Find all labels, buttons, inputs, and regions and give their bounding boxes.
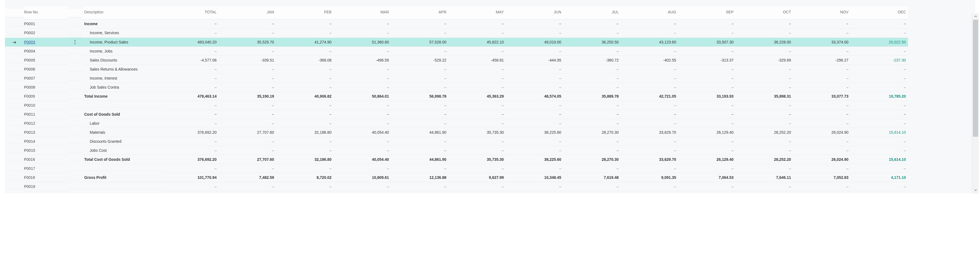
cell-month[interactable]: –	[391, 65, 449, 74]
cell-month[interactable]: 9,627.99	[449, 173, 506, 182]
cell-month[interactable]: –	[793, 47, 851, 56]
cell-month[interactable]: –	[793, 164, 851, 173]
cell-month[interactable]: 8,720.02	[276, 173, 334, 182]
row-description-cell[interactable]: Jobs Cost	[82, 146, 161, 155]
cell-month[interactable]: –	[793, 101, 851, 110]
row-number-cell[interactable]: P0005	[24, 56, 68, 65]
cell-month[interactable]: –	[736, 83, 793, 92]
cell-total[interactable]: –	[161, 74, 219, 83]
cell-month[interactable]: –	[563, 74, 621, 83]
cell-month[interactable]: 36,228.00	[736, 38, 793, 47]
cell-month[interactable]: –	[449, 110, 506, 119]
cell-month[interactable]: –	[391, 146, 449, 155]
cell-total[interactable]: –	[161, 19, 219, 29]
cell-month[interactable]: –	[334, 137, 391, 146]
cell-month[interactable]: –	[276, 47, 334, 56]
row-description-cell[interactable]: Cost of Goods Sold	[82, 110, 161, 119]
cell-month[interactable]: –	[621, 182, 678, 191]
cell-month[interactable]: 38,225.60	[506, 155, 563, 164]
row-number-cell[interactable]: P0013	[24, 128, 68, 137]
row-description-cell[interactable]: Total Income	[82, 92, 161, 101]
cell-month[interactable]: –	[334, 47, 391, 56]
cell-month[interactable]: –	[563, 65, 621, 74]
cell-month[interactable]: 19,785.20	[851, 92, 908, 101]
cell-month[interactable]: –	[449, 29, 506, 38]
row-description-cell[interactable]: Total Cost of Goods Sold	[82, 155, 161, 164]
cell-month[interactable]: –	[219, 119, 276, 128]
cell-month[interactable]: –	[563, 119, 621, 128]
row-number-cell[interactable]: P0004	[24, 47, 68, 56]
scrollbar-down-icon[interactable]	[972, 187, 979, 193]
cell-month[interactable]: 56,998.78	[391, 92, 449, 101]
cell-month[interactable]: –	[219, 65, 276, 74]
cell-month[interactable]: 28,252.20	[736, 155, 793, 164]
row-number-cell[interactable]: P0017	[24, 164, 68, 173]
cell-total[interactable]: 376,692.20	[161, 128, 219, 137]
cell-month[interactable]: –	[736, 146, 793, 155]
cell-month[interactable]: –	[276, 164, 334, 173]
cell-month[interactable]: –	[506, 110, 563, 119]
row-number-cell[interactable]: P0002	[24, 29, 68, 38]
cell-month[interactable]: -368.08	[276, 56, 334, 65]
cell-month[interactable]: –	[391, 119, 449, 128]
row-description-cell[interactable]	[82, 103, 161, 108]
row-description-cell[interactable]: Sales Discounts	[82, 56, 161, 65]
cell-month[interactable]: –	[793, 146, 851, 155]
row-number-cell[interactable]: P0014	[24, 137, 68, 146]
cell-month[interactable]: –	[391, 164, 449, 173]
cell-month[interactable]: 33,077.73	[793, 92, 851, 101]
cell-month[interactable]: –	[621, 47, 678, 56]
cell-month[interactable]: –	[793, 119, 851, 128]
cell-total[interactable]: –	[161, 47, 219, 56]
cell-month[interactable]: –	[334, 101, 391, 110]
cell-month[interactable]: –	[678, 65, 736, 74]
row-description-cell[interactable]: Job Sales Contra	[82, 83, 161, 92]
cell-month[interactable]: –	[219, 137, 276, 146]
cell-month[interactable]: –	[563, 29, 621, 38]
col-header-month[interactable]: MAR	[334, 6, 391, 19]
cell-month[interactable]: –	[276, 19, 334, 29]
cell-month[interactable]: -237.30	[851, 56, 908, 65]
cell-month[interactable]: –	[736, 65, 793, 74]
cell-month[interactable]: –	[276, 74, 334, 83]
cell-month[interactable]: 45,822.10	[449, 38, 506, 47]
cell-month[interactable]: 35,735.30	[449, 155, 506, 164]
cell-month[interactable]: 28,270.30	[563, 155, 621, 164]
cell-month[interactable]: –	[851, 110, 908, 119]
cell-month[interactable]: 27,707.60	[219, 155, 276, 164]
cell-month[interactable]: 28,270.30	[563, 128, 621, 137]
cell-month[interactable]: –	[793, 110, 851, 119]
cell-month[interactable]: 38,225.60	[506, 128, 563, 137]
row-number-cell[interactable]: F0009	[24, 92, 68, 101]
cell-month[interactable]: -496.59	[334, 56, 391, 65]
row-description-cell[interactable]: Materials	[82, 128, 161, 137]
cell-month[interactable]: 57,528.00	[391, 38, 449, 47]
cell-month[interactable]: –	[506, 47, 563, 56]
cell-total[interactable]: –	[161, 164, 219, 173]
cell-month[interactable]: 35,889.78	[563, 92, 621, 101]
cell-month[interactable]: –	[506, 119, 563, 128]
row-number-cell[interactable]: P0012	[24, 119, 68, 128]
cell-month[interactable]: –	[563, 137, 621, 146]
cell-total[interactable]: –	[161, 119, 219, 128]
cell-total[interactable]: –	[161, 29, 219, 38]
row-number-cell[interactable]: P0001	[24, 19, 68, 29]
cell-month[interactable]: –	[506, 164, 563, 173]
cell-month[interactable]: 40,054.40	[334, 155, 391, 164]
row-description-cell[interactable]	[82, 184, 161, 189]
cell-month[interactable]: –	[563, 110, 621, 119]
row-number-cell[interactable]: P0011	[24, 110, 68, 119]
cell-month[interactable]: –	[391, 29, 449, 38]
col-header-month[interactable]: APR	[391, 6, 449, 19]
cell-total[interactable]: –	[161, 182, 219, 191]
cell-month[interactable]: 43,123.60	[621, 38, 678, 47]
cell-month[interactable]: 26,129.40	[678, 128, 736, 137]
cell-month[interactable]: –	[563, 146, 621, 155]
cell-month[interactable]: –	[793, 83, 851, 92]
cell-month[interactable]: –	[851, 47, 908, 56]
cell-month[interactable]: –	[736, 29, 793, 38]
cell-month[interactable]: –	[391, 137, 449, 146]
cell-month[interactable]: 26,024.90	[793, 155, 851, 164]
cell-month[interactable]: –	[678, 146, 736, 155]
cell-month[interactable]: 33,629.70	[621, 155, 678, 164]
